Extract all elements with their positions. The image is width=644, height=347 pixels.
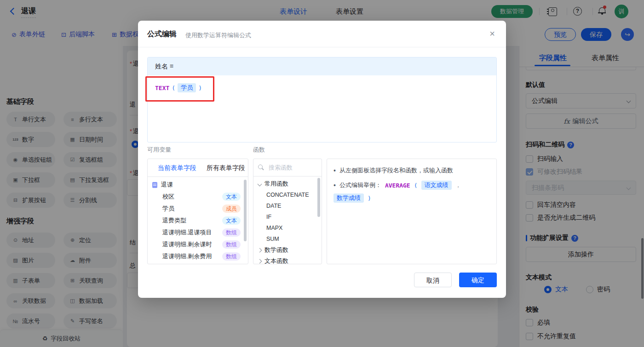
function-name: IF [266, 214, 271, 220]
variables-scrollbar[interactable] [244, 180, 247, 241]
close-icon[interactable]: × [489, 27, 495, 40]
formula-target-row: 姓名 = [148, 57, 496, 75]
variable-row[interactable]: 校区文本 [148, 191, 248, 203]
divider [138, 47, 506, 47]
function-group-math[interactable]: 数学函数 [253, 245, 322, 256]
chevron-right-icon [258, 248, 262, 252]
variables-panel: 当前表单字段 所有表单字段 退课 校区文本 学员成员 退费类型文本 退课明细.退… [147, 159, 248, 264]
chevron-right-icon [258, 259, 262, 263]
function-item[interactable]: CONCATENATE [253, 189, 322, 200]
formula-edit-modal: 公式编辑 使用数学运算符编辑公式 × 姓名 = TEXT( 学员 ) 可用变量 … [138, 21, 506, 298]
type-badge: 数组 [222, 252, 241, 261]
type-badge: 成员 [222, 205, 241, 213]
formula-target: 姓名 = [155, 63, 173, 71]
annotation-rectangle [145, 76, 214, 102]
root-label: 退课 [161, 181, 173, 189]
variable-name: 退费类型 [162, 216, 222, 225]
variables-panel-label: 可用变量 [147, 146, 171, 154]
group-label: 数学函数 [264, 246, 288, 254]
variable-row[interactable]: 退课明细.剩余课时数组 [148, 239, 248, 250]
function-group-text[interactable]: 文本函数 [253, 256, 322, 264]
function-item[interactable]: MAPX [253, 222, 322, 233]
cancel-button[interactable]: 取消 [414, 273, 452, 287]
variables-tabs: 当前表单字段 所有表单字段 [148, 159, 248, 177]
example-field-chip: 语文成绩 [421, 181, 452, 190]
app-root: 退课 表单设计 表单设置 数据管理 ? 训 ⊘ 表单外链 ⊡ 后端脚本 ⊞ 数据… [0, 0, 644, 347]
variable-name: 退课明细.剩余费用 [162, 252, 222, 261]
search-input[interactable] [268, 164, 316, 171]
function-search [253, 159, 322, 176]
tab-all-form-fields[interactable]: 所有表单字段 [207, 159, 245, 176]
help-tip-1: 从左侧面板选择字段名和函数，或输入函数 [334, 166, 490, 175]
comma: ， [455, 181, 461, 189]
function-item[interactable]: SUM [253, 233, 322, 245]
type-badge: 数组 [222, 228, 241, 237]
functions-panel: 常用函数 CONCATENATE DATE IF MAPX SUM 数学函数 文… [253, 159, 322, 264]
variable-row[interactable]: 退课明细.剩余费用数组 [148, 250, 248, 262]
confirm-button[interactable]: 确定 [459, 273, 497, 287]
formula-help-panel: 从左侧面板选择字段名和函数，或输入函数 公式编辑举例：AVERAGE( 语文成绩… [327, 159, 497, 264]
function-name: CONCATENATE [266, 192, 309, 198]
example-field-chip: 数学成绩 [334, 193, 364, 203]
type-badge: 文本 [222, 216, 241, 225]
variable-row[interactable]: 退费类型文本 [148, 215, 248, 227]
modal-subtitle: 使用数学运算符编辑公式 [185, 31, 251, 40]
functions-scrollbar[interactable] [317, 178, 320, 217]
function-name: SUM [266, 236, 279, 242]
variable-name: 退课明细.退课项目 [162, 228, 222, 237]
variable-row[interactable]: 学员成员 [148, 203, 248, 215]
variable-name: 退课明细.剩余课时 [162, 240, 222, 249]
type-badge: 数组 [222, 240, 241, 249]
group-label: 文本函数 [264, 257, 288, 264]
function-group-common[interactable]: 常用函数 [253, 178, 322, 189]
example-function: AVERAGE [385, 182, 410, 189]
help-tip-2: 公式编辑举例：AVERAGE( 语文成绩 ， 数学成绩 ) [334, 181, 490, 203]
tip-text: 从左侧面板选择字段名和函数，或输入函数 [339, 166, 453, 175]
form-doc-icon [152, 182, 157, 188]
function-item[interactable]: IF [253, 211, 322, 222]
chevron-down-icon [258, 182, 262, 186]
open-paren: ( [414, 182, 418, 189]
variable-name: 校区 [162, 193, 222, 201]
group-label: 常用函数 [264, 180, 288, 188]
function-name: MAPX [266, 225, 282, 231]
search-icon [258, 165, 264, 171]
modal-title: 公式编辑 [147, 29, 177, 39]
functions-panel-label: 函数 [253, 146, 265, 154]
variable-name: 学员 [162, 205, 222, 213]
tip-prefix: 公式编辑举例： [339, 181, 381, 189]
function-item[interactable]: DATE [253, 200, 322, 211]
variable-tree-root[interactable]: 退课 [148, 179, 248, 191]
type-badge: 文本 [222, 193, 241, 201]
close-paren: ) [368, 195, 371, 202]
tab-current-form-fields[interactable]: 当前表单字段 [158, 159, 196, 176]
function-name: DATE [266, 203, 281, 209]
variable-row[interactable]: 退课明细.退课项目数组 [148, 227, 248, 239]
